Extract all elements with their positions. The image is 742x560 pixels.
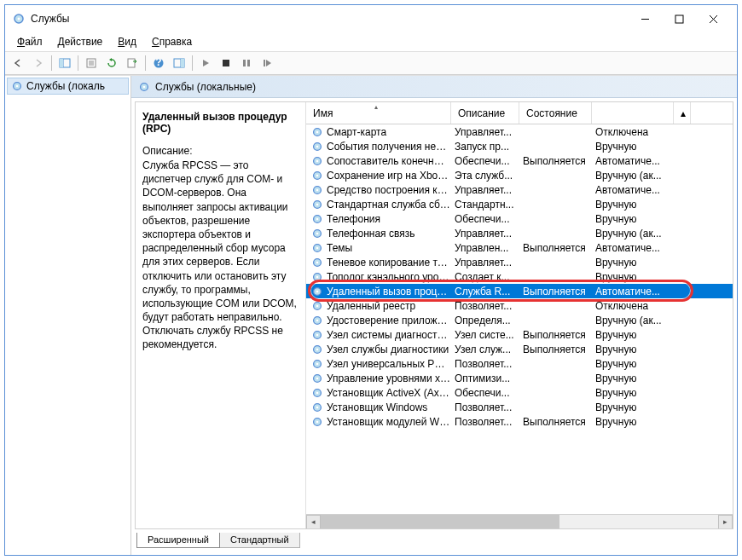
app-icon (12, 12, 26, 26)
column-name[interactable]: Имя (306, 102, 451, 124)
svg-point-30 (316, 145, 319, 147)
svg-point-48 (316, 275, 319, 278)
refresh-button[interactable] (102, 54, 121, 72)
selected-service-name: Удаленный вызов процедур (RPC) (142, 111, 299, 135)
svg-point-28 (316, 130, 319, 133)
stop-service-button[interactable] (217, 54, 235, 72)
maximize-button[interactable] (662, 7, 696, 31)
svg-point-1 (18, 18, 20, 20)
pane-header-title: Службы (локальные) (155, 81, 256, 93)
service-start: Вручную (595, 401, 677, 413)
help-button[interactable]: ? (149, 54, 168, 72)
horizontal-scrollbar[interactable]: ◂ ▸ (306, 514, 733, 528)
pause-service-button[interactable] (237, 54, 256, 72)
svg-rect-8 (60, 59, 63, 67)
service-row[interactable]: Узел системы диагностикиУзел систе...Вып… (306, 327, 733, 342)
service-start: Вручную (595, 358, 677, 370)
service-state: Выполняется (523, 329, 595, 341)
service-row[interactable]: Управление уровнями хра...Оптимизи...Вру… (306, 371, 733, 385)
tab-extended[interactable]: Расширенный (136, 533, 220, 548)
svg-point-62 (316, 377, 319, 379)
service-row[interactable]: Удаленный реестрПозволяет...Отключена (306, 298, 733, 313)
service-row[interactable]: Узел службы диагностикиУзел служ...Выпол… (306, 342, 733, 356)
list-rows[interactable]: Смарт-картаУправляет...ОтключенаСобытия … (306, 124, 733, 514)
service-row[interactable]: Установщик ActiveX (AxIns...Обеспечи...В… (306, 385, 733, 400)
pane-body: Удаленный вызов процедур (RPC) Описание:… (135, 101, 733, 529)
service-desc: Обеспечи... (455, 213, 523, 225)
forward-button[interactable] (29, 54, 48, 72)
service-name: Телефония (327, 213, 455, 225)
svg-point-42 (316, 232, 319, 234)
service-row[interactable]: Смарт-картаУправляет...Отключена (306, 124, 733, 139)
service-name: Средство построения кон... (327, 184, 455, 196)
menu-help[interactable]: Справка (145, 34, 199, 49)
service-row[interactable]: Удаленный вызов процеду...Служба R...Вып… (306, 284, 733, 298)
column-state[interactable]: Состояние (519, 102, 592, 124)
service-desc: Управлен... (455, 242, 523, 254)
show-hide-action-button[interactable] (170, 54, 188, 72)
body: Службы (локаль Службы (локальные) Удален… (5, 75, 737, 555)
service-row[interactable]: Сохранение игр на Xbox Li...Эта служб...… (306, 168, 733, 182)
service-row[interactable]: Удостоверение приложенияОпределя...Вручн… (306, 313, 733, 327)
service-state: Выполняется (523, 242, 595, 254)
service-start: Вручную (595, 372, 677, 384)
service-start: Автоматиче... (595, 242, 677, 254)
tree-root-services[interactable]: Службы (локаль (7, 78, 129, 95)
service-name: Стандартная служба сбор... (327, 199, 455, 211)
svg-point-54 (316, 319, 319, 321)
svg-rect-22 (264, 60, 265, 66)
scroll-thumb[interactable] (321, 515, 559, 529)
service-row[interactable]: Теневое копирование томаУправляет...Вруч… (306, 255, 733, 269)
service-row[interactable]: Телефонная связьУправляет...Вручную (ак.… (306, 226, 733, 240)
service-row[interactable]: Средство построения кон...Управляет...Ав… (306, 182, 733, 197)
scroll-left-icon[interactable]: ◂ (306, 515, 321, 529)
service-start: Отключена (595, 300, 677, 312)
scroll-right-icon[interactable]: ▸ (718, 515, 733, 529)
svg-point-68 (316, 420, 319, 423)
tab-standard[interactable]: Стандартный (219, 533, 300, 548)
properties-button[interactable] (82, 54, 101, 72)
service-row[interactable]: ТемыУправлен...ВыполняетсяАвтоматиче... (306, 240, 733, 255)
service-desc: Позволяет... (455, 401, 523, 413)
service-row[interactable]: Узел универсальных PNP-...Позволяет...Вр… (306, 356, 733, 371)
service-row[interactable]: ТелефонияОбеспечи...Вручную (306, 211, 733, 226)
svg-point-38 (316, 203, 319, 205)
svg-point-64 (316, 391, 319, 394)
restart-service-button[interactable] (258, 54, 276, 72)
service-row[interactable]: Стандартная служба сбор...Стандартн...Вр… (306, 197, 733, 211)
service-row[interactable]: Тополог кэнэльного уров...Создает к...Вр… (306, 269, 733, 284)
show-hide-tree-button[interactable] (55, 54, 74, 72)
service-state: Выполняется (523, 344, 595, 355)
menu-action[interactable]: Действие (51, 34, 110, 49)
service-state: Выполняется (523, 416, 595, 428)
service-row[interactable]: События получения непо...Запуск пр...Вру… (306, 139, 733, 153)
service-row[interactable]: Сопоставитель конечных ...Обеспечи...Вып… (306, 153, 733, 168)
service-desc: Обеспечи... (455, 387, 523, 399)
column-description[interactable]: Описание (451, 102, 519, 124)
gear-icon (138, 81, 150, 93)
minimize-button[interactable] (628, 7, 662, 31)
service-desc: Эта служб... (455, 170, 523, 182)
service-name: Сохранение игр на Xbox Li... (327, 170, 455, 182)
svg-point-36 (316, 188, 319, 191)
service-start: Вручную (595, 344, 677, 355)
svg-point-44 (316, 246, 319, 249)
svg-point-66 (316, 406, 319, 408)
service-name: Тополог кэнэльного уров... (327, 271, 455, 283)
service-desc: Управляет... (455, 228, 523, 240)
menu-file[interactable]: Файл (10, 34, 49, 49)
service-row[interactable]: Установщик WindowsПозволяет...Вручную (306, 400, 733, 414)
column-start-type[interactable] (592, 102, 674, 124)
scroll-up-icon[interactable]: ▴ (674, 102, 691, 124)
service-desc: Управляет... (455, 257, 523, 268)
close-button[interactable] (696, 7, 730, 31)
service-desc: Позволяет... (455, 300, 523, 312)
start-service-button[interactable] (196, 54, 215, 72)
back-button[interactable] (9, 54, 27, 72)
svg-point-58 (316, 348, 319, 350)
toolbar: ? (5, 51, 737, 75)
tree-pane: Службы (локаль (5, 76, 131, 555)
menu-view[interactable]: Вид (111, 34, 143, 49)
service-row[interactable]: Установщик модулей Win...Позволяет...Вып… (306, 414, 733, 429)
export-button[interactable] (123, 54, 142, 72)
